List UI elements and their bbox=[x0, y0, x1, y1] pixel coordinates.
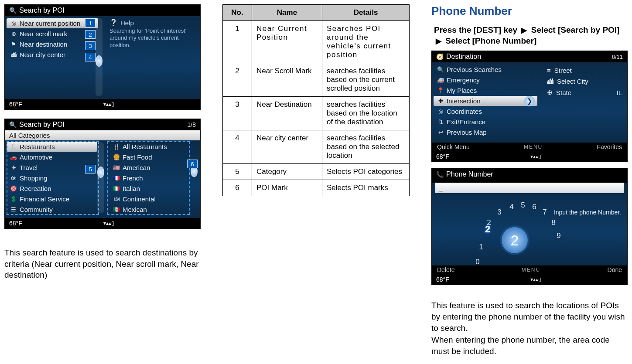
search-icon: 🔍 bbox=[9, 121, 17, 128]
left-paragraph: This search feature is used to search de… bbox=[4, 247, 201, 281]
cat-label: Recreation bbox=[20, 185, 51, 192]
screen2-title: Search by POI bbox=[19, 121, 65, 129]
scrollbar[interactable] bbox=[96, 18, 102, 96]
dest-myplaces[interactable]: 📍 My Places bbox=[434, 85, 537, 95]
right-para-1: This feature is used to search the locat… bbox=[431, 300, 628, 333]
sub-italian[interactable]: 🇮🇹 Italian bbox=[109, 184, 200, 194]
table-row: 3 Near Destination searches facilities b… bbox=[223, 97, 410, 130]
scroll-thumb[interactable] bbox=[96, 55, 102, 67]
coords-icon: ◎ bbox=[437, 108, 444, 115]
dest-intersection[interactable]: ✚ Intersection ❯ bbox=[434, 96, 537, 106]
right-para-2: When entering the phone number, the area… bbox=[431, 334, 628, 357]
dial-9[interactable]: 9 bbox=[554, 231, 564, 240]
callout-5: 5 bbox=[85, 165, 96, 173]
restaurant-icon: 🍴 bbox=[113, 143, 120, 150]
field-city[interactable]: 🏙 Select City bbox=[545, 76, 624, 87]
dial-1[interactable]: 1 bbox=[476, 243, 486, 252]
field-label: State bbox=[556, 89, 571, 96]
softkey-right[interactable]: Favorites bbox=[597, 143, 622, 150]
th-details: Details bbox=[322, 5, 410, 21]
cat-shopping[interactable]: 🛍 Shopping bbox=[7, 173, 97, 183]
cat-community[interactable]: ☰ Community bbox=[7, 204, 97, 214]
poi-item-near-destination[interactable]: ⚑ Near destination bbox=[7, 39, 98, 49]
city-icon: 🏙 bbox=[10, 51, 17, 58]
help-title: Help bbox=[120, 19, 134, 27]
softkey-mid[interactable]: MENU bbox=[522, 267, 540, 273]
flag-mx-icon: 🇲🇽 bbox=[113, 206, 120, 213]
poi-item-near-scroll[interactable]: ⊕ Near scroll mark bbox=[7, 29, 98, 39]
sub-mexican[interactable]: 🇲🇽 Mexican bbox=[109, 204, 200, 214]
poi-item-near-current[interactable]: ◎ Near current position bbox=[7, 18, 98, 28]
dial-6[interactable]: 6 bbox=[530, 203, 539, 211]
destination-icon: 🧭 bbox=[436, 53, 444, 60]
table-header: No. Name Details bbox=[223, 5, 410, 21]
dial-8[interactable]: 8 bbox=[549, 218, 558, 227]
help-body: Searching for 'Point of interest' around… bbox=[109, 27, 192, 49]
all-categories-header: All Categories bbox=[5, 130, 200, 140]
flag-fr-icon: 🇫🇷 bbox=[113, 175, 120, 181]
number-dial[interactable]: 1 2 3 4 5 6 7 8 9 0 2 2 bbox=[471, 201, 554, 262]
softkey-bar: Quick Menu MENU Favorites bbox=[432, 143, 627, 151]
poi-item-label: Near scroll mark bbox=[20, 30, 67, 37]
cell-name: Near Current Position bbox=[252, 21, 322, 63]
cat-travel[interactable]: ✈ Travel bbox=[7, 163, 97, 173]
sub-french[interactable]: 🇫🇷 French bbox=[109, 173, 200, 183]
poi-item-near-city[interactable]: 🏙 Near city center bbox=[7, 50, 98, 60]
softkey-left[interactable]: Quick Menu bbox=[437, 143, 470, 150]
instruction-line: Press the [DEST] key ▶ Select [Search by… bbox=[434, 25, 628, 46]
table-row: 2 Near Scroll Mark searches facilities b… bbox=[223, 63, 410, 97]
sub-label: Continental bbox=[123, 195, 156, 203]
callout-4: 4 bbox=[85, 53, 96, 61]
cell-details: Searches POI around the vehicle's curren… bbox=[322, 21, 410, 63]
softkey-delete[interactable]: Delete bbox=[437, 266, 454, 273]
car-icon: 🚗 bbox=[10, 154, 17, 160]
dest-prev-searches[interactable]: 🔍 Previous Searches bbox=[434, 65, 537, 75]
dial-selected[interactable]: 2 bbox=[502, 227, 528, 253]
dial-4[interactable]: 4 bbox=[507, 203, 516, 211]
callout-1: 1 bbox=[85, 19, 96, 27]
dial-7[interactable]: 7 bbox=[540, 208, 550, 217]
sub-american[interactable]: 🇺🇸 American bbox=[109, 163, 200, 173]
dial-3[interactable]: 3 bbox=[495, 208, 504, 217]
dest-coordinates[interactable]: ◎ Coordinates bbox=[434, 106, 537, 116]
dest-item-label: My Places bbox=[447, 87, 477, 94]
cat-restaurants[interactable]: 🍴 Restaurants bbox=[7, 142, 97, 152]
table-row: 6 POI Mark Selects POI marks bbox=[223, 180, 410, 196]
softkey-done[interactable]: Done bbox=[608, 266, 622, 273]
dial-0[interactable]: 0 bbox=[473, 258, 482, 266]
poi-search-screenshot-1: 🔍 Search by POI ◎ Near current position … bbox=[4, 4, 201, 110]
signal-icon: ▾▴▴▯ bbox=[103, 220, 114, 226]
sub-all-restaurants[interactable]: 🍴 All Restaurants bbox=[109, 142, 200, 152]
cell-name: Near Destination bbox=[252, 97, 322, 130]
field-state[interactable]: ⊕ State IL bbox=[545, 87, 624, 98]
cell-no: 4 bbox=[223, 130, 252, 164]
field-street[interactable]: ≡ Street bbox=[545, 65, 624, 76]
table-row: 1 Near Current Position Searches POI aro… bbox=[223, 21, 410, 63]
softkey-mid[interactable]: MENU bbox=[524, 144, 543, 150]
cat-financial[interactable]: 💲 Financial Service bbox=[7, 194, 97, 204]
phone-icon: 📞 bbox=[436, 171, 444, 178]
chevron-right-icon[interactable]: ❯ bbox=[524, 96, 535, 106]
dest-item-label: Exit/Entrance bbox=[447, 118, 485, 126]
cell-no: 3 bbox=[223, 97, 252, 130]
sub-fastfood[interactable]: 🍔 Fast Food bbox=[109, 152, 200, 162]
status-bar: 68°F ▾▴▴▯ bbox=[5, 218, 200, 228]
street-icon: ≡ bbox=[547, 67, 551, 74]
dest-prev-map[interactable]: ↩ Previous Map bbox=[434, 127, 537, 137]
phone-entry-field[interactable]: _ bbox=[435, 183, 624, 193]
cat-recreation[interactable]: 🎯 Recreation bbox=[7, 184, 97, 194]
cat-label: Restaurants bbox=[20, 143, 55, 150]
cat-automotive[interactable]: 🚗 Automotive bbox=[7, 152, 97, 162]
scroll-icon: ⊕ bbox=[10, 31, 17, 37]
places-icon: 📍 bbox=[437, 87, 444, 94]
cat-label: Community bbox=[20, 206, 53, 213]
finance-icon: 💲 bbox=[10, 196, 17, 202]
cell-details: searches facilities based on the current… bbox=[322, 63, 410, 97]
signal-icon: ▾▴▴▯ bbox=[530, 276, 541, 282]
temperature: 68°F bbox=[436, 153, 449, 160]
restaurant-icon: 🍴 bbox=[10, 143, 17, 150]
sub-continental[interactable]: 🍽 Continental bbox=[109, 194, 200, 204]
dial-5[interactable]: 5 bbox=[518, 201, 528, 210]
dest-exit-entrance[interactable]: ⇅ Exit/Entrance bbox=[434, 117, 537, 127]
dest-emergency[interactable]: 🚑 Emergency bbox=[434, 75, 537, 85]
